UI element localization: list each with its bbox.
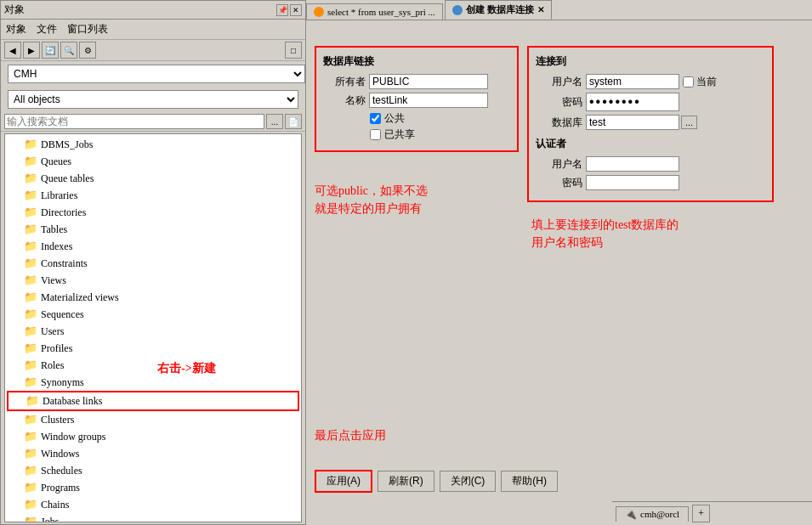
search-clear-button[interactable]: 📄: [285, 114, 302, 129]
username-row: 用户名 当前: [536, 74, 765, 89]
tree-item-label: Windows: [41, 446, 80, 461]
tree-item[interactable]: 📁Windows: [7, 445, 299, 462]
folder-icon: 📁: [24, 480, 37, 495]
auth-username-input[interactable]: [586, 156, 679, 172]
tree-item[interactable]: 📁Materialized views: [7, 289, 299, 306]
connect-to-title: 连接到: [536, 54, 765, 69]
owner-input[interactable]: [369, 74, 488, 89]
settings-button[interactable]: ⚙: [79, 42, 96, 59]
password-label: 密码: [536, 95, 582, 110]
refresh-btn[interactable]: 刷新(R): [378, 471, 434, 492]
tree-item[interactable]: 📁Database links: [7, 391, 299, 411]
username-input[interactable]: [586, 74, 679, 89]
search-button[interactable]: 🔍: [60, 42, 77, 59]
menu-item-objects[interactable]: 对象: [4, 21, 28, 37]
auth-password-input[interactable]: [586, 175, 679, 190]
tree-item[interactable]: 📁Clusters: [7, 411, 299, 428]
tree-item[interactable]: 📁DBMS_Jobs: [7, 136, 299, 153]
close-panel-button[interactable]: ✕: [290, 4, 302, 16]
folder-icon: 📁: [24, 514, 37, 522]
public-checkbox[interactable]: [370, 113, 381, 124]
tree-item-label: Users: [41, 324, 64, 339]
owner-row: 所有者: [323, 74, 510, 89]
shared-checkbox[interactable]: [370, 129, 381, 140]
filter-select[interactable]: All objects: [8, 90, 298, 109]
folder-icon: 📁: [24, 341, 37, 356]
tree-item[interactable]: 📁Profiles: [7, 340, 299, 357]
connect-to-dialog: 连接到 用户名 当前 密码 数据库 ... 认证者: [527, 46, 774, 202]
tree-item[interactable]: 📁Jobs: [7, 513, 299, 522]
connection-select[interactable]: CMH: [8, 65, 305, 83]
search-input[interactable]: [4, 114, 264, 129]
database-browse-button[interactable]: ...: [681, 116, 697, 129]
status-tab-icon: 🔌: [625, 509, 637, 520]
folder-icon: 📁: [24, 375, 37, 390]
tree-item[interactable]: 📁Schedules: [7, 462, 299, 479]
current-checkbox[interactable]: [683, 76, 694, 88]
tree-item-label: Indexes: [41, 239, 72, 254]
folder-icon: 📁: [24, 154, 37, 169]
pin-icon: 📌: [278, 6, 287, 14]
annotation-1: 可选public，如果不选就是特定的用户拥有: [315, 182, 428, 217]
tree-item[interactable]: 📁Queues: [7, 153, 299, 170]
tree-item[interactable]: 📁Indexes: [7, 238, 299, 255]
password-input[interactable]: [586, 93, 679, 111]
tree-item-label: Queues: [41, 154, 71, 169]
menu-item-window-list[interactable]: 窗口列表: [65, 21, 110, 37]
forward-button[interactable]: ▶: [23, 42, 40, 59]
tree-item[interactable]: 📁Programs: [7, 479, 299, 496]
expand-button[interactable]: □: [285, 42, 302, 59]
shared-checkbox-row: 已共享: [370, 127, 510, 142]
search-go-button[interactable]: ...: [266, 114, 283, 129]
apply-button[interactable]: 应用(A): [315, 470, 372, 493]
pin-button[interactable]: 📌: [276, 4, 288, 16]
tree-item[interactable]: 📁Views: [7, 272, 299, 289]
refresh-button[interactable]: 🔄: [42, 42, 59, 59]
back-button[interactable]: ◀: [4, 42, 21, 59]
tab-query[interactable]: select * from user_sys_pri ...: [306, 3, 443, 20]
tab-query-label: select * from user_sys_pri ...: [327, 7, 435, 17]
filter-wrapper: All objects: [1, 87, 305, 112]
tree-item[interactable]: 📁Queue tables: [7, 170, 299, 187]
database-input[interactable]: [586, 115, 679, 130]
folder-icon: 📁: [24, 222, 37, 237]
tab-close-button[interactable]: ✕: [537, 5, 544, 14]
username-label: 用户名: [536, 75, 582, 89]
tree-item[interactable]: 📁Users: [7, 323, 299, 340]
tree-item[interactable]: 📁Libraries: [7, 187, 299, 204]
tree-item[interactable]: 📁Sequences: [7, 306, 299, 323]
tree-item-label: Programs: [41, 480, 80, 495]
tree-item[interactable]: 📁Tables: [7, 221, 299, 238]
tree-item-label: Synonyms: [41, 375, 84, 390]
tree-item[interactable]: 📁Window groups: [7, 428, 299, 445]
shared-label: 已共享: [384, 127, 415, 142]
tree-item[interactable]: 📁Chains: [7, 496, 299, 513]
tree-item-label: DBMS_Jobs: [41, 137, 93, 152]
db-link-title: 数据库链接: [323, 54, 510, 69]
folder-icon: 📁: [26, 393, 39, 409]
name-input[interactable]: [369, 93, 488, 108]
tree-item[interactable]: 📁Synonyms: [7, 374, 299, 391]
tree-item-label: Queue tables: [41, 171, 94, 186]
tree-item-label: Database links: [43, 393, 102, 409]
close-button[interactable]: 关闭(C): [440, 471, 497, 492]
tree-item[interactable]: 📁Constraints: [7, 255, 299, 272]
left-panel: 对象 📌 ✕ 对象 文件 窗口列表 ◀ ▶ 🔄 🔍 ⚙ □ CMH All ob…: [0, 0, 306, 525]
folder-icon: 📁: [24, 324, 37, 339]
tab-bar: select * from user_sys_pri ... 创建 数据库连接 …: [306, 0, 812, 20]
folder-icon: 📁: [24, 188, 37, 203]
database-row: 数据库 ...: [536, 115, 765, 130]
help-button[interactable]: 帮助(H): [501, 471, 558, 492]
panel-controls: 📌 ✕: [276, 4, 302, 16]
menu-item-file[interactable]: 文件: [35, 21, 59, 37]
tab-dialog-label: 创建 数据库连接: [466, 3, 534, 16]
status-tab[interactable]: 🔌 cmh@orcl: [616, 506, 689, 522]
tab-dialog[interactable]: 创建 数据库连接 ✕: [445, 0, 552, 20]
tree-item[interactable]: 📁Directories: [7, 204, 299, 221]
bottom-button-bar: 应用(A) 刷新(R) 关闭(C) 帮助(H): [306, 463, 812, 500]
status-plus-button[interactable]: +: [692, 505, 710, 522]
folder-icon: 📁: [24, 256, 37, 271]
tree-item-label: Constraints: [41, 256, 88, 271]
tree-item[interactable]: 📁Roles: [7, 357, 299, 374]
name-row: 名称: [323, 93, 510, 108]
